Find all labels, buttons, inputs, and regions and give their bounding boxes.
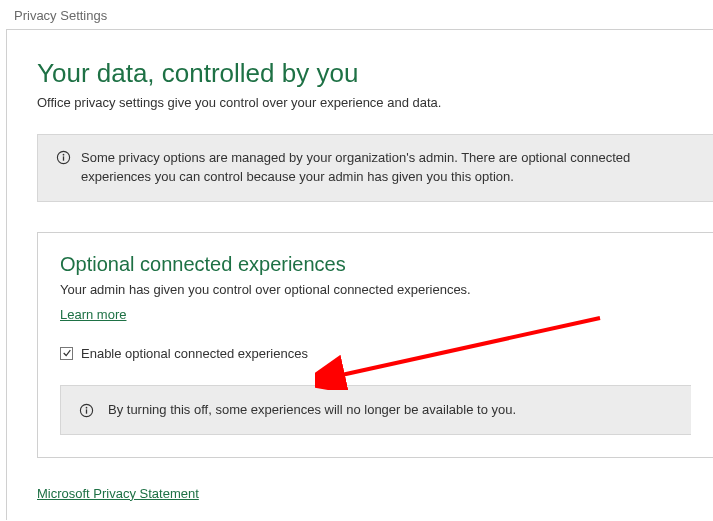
svg-rect-5: [86, 409, 87, 413]
inner-notice: By turning this off, some experiences wi…: [60, 385, 691, 435]
svg-rect-2: [63, 156, 64, 160]
enable-optional-checkbox[interactable]: [60, 347, 73, 360]
admin-notice: Some privacy options are managed by your…: [37, 134, 713, 202]
info-icon: [56, 150, 71, 165]
enable-optional-checkbox-row: Enable optional connected experiences: [60, 346, 691, 361]
enable-optional-checkbox-label: Enable optional connected experiences: [81, 346, 308, 361]
section-title: Optional connected experiences: [60, 253, 691, 276]
content-area: Your data, controlled by you Office priv…: [6, 29, 713, 520]
svg-point-1: [63, 154, 65, 156]
admin-notice-text: Some privacy options are managed by your…: [81, 149, 695, 187]
window-title: Privacy Settings: [0, 0, 713, 29]
info-icon: [79, 403, 94, 418]
learn-more-link[interactable]: Learn more: [60, 307, 126, 322]
page-title: Your data, controlled by you: [37, 58, 713, 89]
microsoft-privacy-statement-link[interactable]: Microsoft Privacy Statement: [37, 486, 199, 501]
page-subtitle: Office privacy settings give you control…: [37, 95, 713, 110]
section-desc: Your admin has given you control over op…: [60, 282, 691, 297]
svg-point-4: [86, 407, 88, 409]
optional-experiences-section: Optional connected experiences Your admi…: [37, 232, 713, 458]
inner-notice-text: By turning this off, some experiences wi…: [108, 402, 516, 417]
